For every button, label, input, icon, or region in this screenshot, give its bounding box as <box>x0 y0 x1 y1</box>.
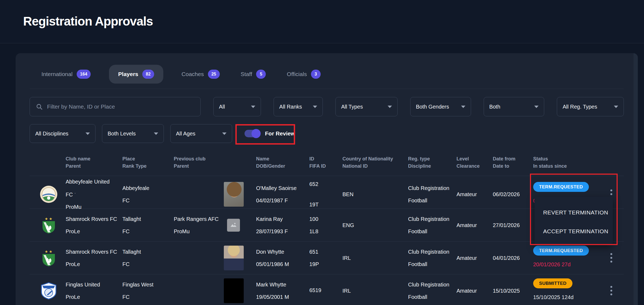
top-bar: Registration Approvals <box>0 0 644 43</box>
row-actions-menu-button[interactable] <box>605 286 627 295</box>
for-review-toggle[interactable]: For Review <box>245 130 295 137</box>
chevron-down-icon <box>86 132 90 135</box>
name-cell: Karina Ray 28/07/1993 F <box>256 213 309 237</box>
header-photo-spacer <box>224 154 256 176</box>
header-spacer <box>30 154 66 176</box>
tab-players[interactable]: Players 82 <box>109 65 163 84</box>
table-row[interactable]: ★★ Shamrock Rovers FC ProLe Tallaght FC … <box>30 242 624 274</box>
menu-item-revert-termination[interactable]: REVERT TERMINATION <box>535 203 613 222</box>
registration-approvals-page: Registration Approvals International 164… <box>0 0 644 305</box>
country-cell: BEN <box>342 189 408 200</box>
level-cell: Amateur <box>457 220 493 231</box>
dropdown-all[interactable]: All <box>213 97 261 116</box>
id-cell: 652 19T <box>309 178 342 210</box>
menu-item-accept-termination[interactable]: ACCEPT TERMINATION <box>535 222 613 241</box>
tab-officials-count: 3 <box>311 70 321 79</box>
dropdown-both[interactable]: Both <box>484 97 544 116</box>
header-date: Date fromDate to <box>493 154 533 176</box>
in-status-since: 15/10/2025 124d <box>533 292 601 303</box>
date-from-cell: 15/10/2025 <box>493 285 533 296</box>
player-photo-placeholder <box>224 219 256 232</box>
search-box[interactable] <box>30 97 201 116</box>
club-cell: Shamrock Rovers FC ProLe <box>66 213 122 237</box>
player-photo <box>224 246 256 270</box>
table-header: Club nameParent PlaceRank Type Previous … <box>30 154 624 176</box>
country-cell: IRL <box>342 252 408 264</box>
tab-coaches[interactable]: Coaches 25 <box>179 65 222 84</box>
club-cell: Finglas United ProLe <box>66 279 122 303</box>
filter-row-2: All Disciplines Both Levels All Ages For… <box>30 124 624 143</box>
header-name: NameDOB/Gender <box>256 154 309 176</box>
svg-text:★: ★ <box>49 249 52 254</box>
header-previous-club: Previous clubParent <box>174 154 224 176</box>
row-actions-menu-button[interactable] <box>605 253 627 263</box>
place-cell: Tallaght FC <box>122 213 174 237</box>
header-reg-type: Reg. typeDiscipline <box>408 154 457 176</box>
status-badge: SUBMITTED <box>533 278 572 288</box>
reg-type-cell: Club Registration Football <box>408 279 457 303</box>
search-input[interactable] <box>47 103 194 110</box>
status-cell: SUBMITTED 15/10/2025 124d <box>533 278 605 303</box>
country-cell: IRL <box>342 285 408 296</box>
page-title: Registration Approvals <box>23 14 153 28</box>
for-review-label: For Review <box>265 130 295 137</box>
dropdown-disciplines[interactable]: All Disciplines <box>30 124 95 143</box>
header-level: LevelClearance <box>457 154 493 176</box>
dropdown-ages[interactable]: All Ages <box>170 124 232 143</box>
dropdown-reg-types[interactable]: All Reg. Types <box>557 97 624 116</box>
date-from-cell: 27/01/2026 <box>493 220 533 231</box>
id-cell: 6519 <box>309 285 342 297</box>
in-status-since: 20/01/2026 27d <box>533 259 601 270</box>
name-cell: Don Whytte 05/01/1986 M <box>256 246 309 270</box>
status-badge: TERM.REQUESTED <box>533 246 589 256</box>
tab-international[interactable]: International 164 <box>39 65 93 84</box>
club-note-dot: · <box>75 191 76 195</box>
player-photo <box>224 182 256 207</box>
termination-context-menu: REVERT TERMINATION ACCEPT TERMINATION <box>535 197 613 245</box>
vertical-scrollbar[interactable] <box>634 53 638 305</box>
filter-row-1: All All Ranks All Types Both Genders Bot… <box>30 97 624 116</box>
dropdown-ranks[interactable]: All Ranks <box>274 97 323 116</box>
svg-text:★: ★ <box>45 249 48 254</box>
chevron-down-icon <box>222 132 227 135</box>
tab-bar: International 164 Players 82 Coaches 25 … <box>30 64 624 84</box>
club-cell: Shamrock Rovers FC ProLe <box>66 246 122 270</box>
chevron-down-icon <box>614 106 618 108</box>
header-place: PlaceRank Type <box>122 154 174 176</box>
tab-coaches-count: 25 <box>208 70 220 79</box>
header-status: StatusIn status since <box>533 154 605 176</box>
chevron-down-icon <box>154 132 158 135</box>
dropdown-levels[interactable]: Both Levels <box>102 124 164 143</box>
chevron-down-icon <box>461 106 465 108</box>
date-from-cell: 06/02/2026 <box>493 189 533 200</box>
club-logo-shamrock: ★★ <box>30 249 66 267</box>
name-cell: Mark Whytte 19/05/2001 M <box>256 279 309 303</box>
level-cell: Amateur <box>457 285 493 296</box>
place-cell: Abbeyfeale FC <box>122 182 174 206</box>
tab-staff[interactable]: Staff 5 <box>238 65 269 84</box>
chevron-down-icon <box>313 106 317 108</box>
status-cell: TERM.REQUESTED 20/01/2026 27d <box>533 246 605 270</box>
content-panel: International 164 Players 82 Coaches 25 … <box>16 53 638 305</box>
reg-type-cell: Club Registration Football <box>408 182 457 206</box>
toggle-track[interactable] <box>245 130 260 137</box>
header-actions-spacer <box>605 154 627 176</box>
tab-players-count: 82 <box>142 70 154 79</box>
name-cell: O'Malley Saoirse 04/02/1987 F <box>256 182 309 206</box>
svg-text:★: ★ <box>45 217 48 221</box>
club-logo-finglas <box>30 282 66 300</box>
toggle-knob <box>252 129 261 138</box>
club-cell: Abbeyfeale United FC· ProMu <box>66 176 122 213</box>
header-country: Country of NationalityNational ID <box>342 154 408 176</box>
tab-officials[interactable]: Officials 3 <box>284 65 323 84</box>
date-from-cell: 04/01/2026 <box>493 252 533 264</box>
table-row[interactable]: Finglas United ProLe Finglas West FC Mar… <box>30 274 624 305</box>
reg-type-cell: Club Registration Football <box>408 246 457 270</box>
place-cell: Finglas West FC <box>122 279 174 303</box>
search-icon <box>36 103 43 110</box>
dropdown-types[interactable]: All Types <box>335 97 398 116</box>
dropdown-genders[interactable]: Both Genders <box>410 97 471 116</box>
chevron-down-icon <box>388 106 392 108</box>
header-club: Club nameParent <box>66 154 122 176</box>
header-id: IDFIFA ID <box>309 154 342 176</box>
